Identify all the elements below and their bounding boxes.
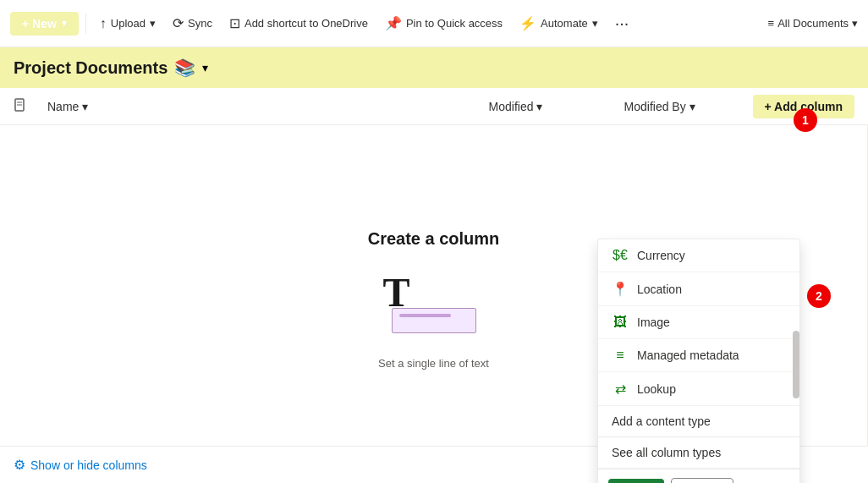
settings-icon: ⚙ (14, 457, 25, 473)
main-content: Create a column T Set a single line of t… (0, 125, 868, 473)
name-col-label: Name (47, 100, 79, 113)
column-illustration: T (366, 269, 502, 337)
automate-icon: ⚡ (519, 15, 536, 31)
view-label-icon: ≡ (768, 17, 775, 30)
currency-item[interactable]: $€ Currency (598, 239, 799, 272)
currency-icon: $€ (612, 248, 629, 263)
upload-chevron-icon: ▾ (150, 17, 156, 30)
image-item[interactable]: 🖼 Image (598, 306, 799, 339)
view-chevron-icon: ▾ (852, 17, 858, 30)
upload-button[interactable]: ↑ Upload ▾ (93, 11, 162, 36)
currency-label: Currency (637, 249, 685, 262)
toolbar: + New ▾ ↑ Upload ▾ ⟳ Sync ⊡ Add shortcut… (0, 0, 868, 47)
dropdown-footer: Next Cancel (598, 469, 799, 483)
badge-2: 2 (807, 284, 831, 308)
more-button[interactable]: ··· (608, 8, 636, 38)
column-type-dropdown: $€ Currency 📍 Location 🖼 Image ≡ Managed… (597, 239, 800, 483)
lookup-label: Lookup (637, 382, 676, 396)
file-col-icon (14, 98, 41, 115)
sync-button[interactable]: ⟳ Sync (166, 10, 219, 36)
page-title: Project Documents (14, 58, 168, 78)
show-hide-label: Show or hide columns (30, 458, 147, 472)
upload-label: Upload (111, 17, 146, 30)
metadata-icon: ≡ (612, 348, 629, 363)
see-all-column-types-item[interactable]: See all column types (598, 437, 799, 469)
lookup-item[interactable]: ⇄ Lookup (598, 372, 799, 406)
image-icon: 🖼 (612, 315, 629, 330)
location-icon: 📍 (612, 281, 629, 297)
name-column-header[interactable]: Name ▾ (41, 100, 482, 113)
column-description: Set a single line of text (378, 357, 489, 370)
new-button[interactable]: + New ▾ (10, 12, 79, 36)
more-label: ··· (615, 14, 629, 32)
sync-label: Sync (188, 17, 212, 30)
managed-metadata-item[interactable]: ≡ Managed metadata (598, 339, 799, 372)
modified-sort-icon: ▾ (536, 100, 542, 113)
add-shortcut-icon: ⊡ (229, 15, 240, 31)
new-button-label: + New (22, 17, 57, 30)
cancel-button[interactable]: Cancel (671, 478, 733, 483)
name-sort-icon: ▾ (82, 100, 88, 113)
toolbar-separator (85, 14, 86, 34)
automate-label: Automate (541, 17, 588, 30)
chevron-down-icon: ▾ (62, 18, 67, 29)
lookup-icon: ⇄ (612, 381, 629, 397)
show-hide-columns-button[interactable]: ⚙ Show or hide columns (14, 457, 147, 473)
page-header: Project Documents 📚 ▾ (0, 47, 868, 88)
view-selector[interactable]: ≡ All Documents ▾ (768, 17, 858, 30)
modifiedby-column-header[interactable]: Modified By ▾ (618, 100, 753, 113)
add-shortcut-button[interactable]: ⊡ Add shortcut to OneDrive (222, 10, 375, 36)
see-all-label: See all column types (612, 446, 721, 459)
automate-button[interactable]: ⚡ Automate ▾ (513, 10, 605, 36)
modifiedby-sort-icon: ▾ (689, 100, 695, 113)
pin-label: Pin to Quick access (406, 17, 503, 30)
location-label: Location (637, 283, 682, 296)
badge-1: 1 (794, 108, 817, 132)
modifiedby-col-label: Modified By (624, 100, 686, 113)
add-content-type-label: Add a content type (612, 414, 711, 428)
text-icon-large: T (383, 269, 410, 316)
modified-col-label: Modified (489, 100, 534, 113)
create-column-title: Create a column (368, 229, 500, 249)
header-chevron-icon: ▾ (202, 61, 208, 74)
add-shortcut-label: Add shortcut to OneDrive (244, 17, 368, 30)
view-label: All Documents (777, 17, 849, 30)
location-item[interactable]: 📍 Location (598, 272, 799, 306)
automate-chevron-icon: ▾ (592, 17, 598, 30)
pin-icon: 📌 (385, 15, 402, 31)
image-label: Image (637, 316, 670, 329)
library-icon: 📚 (174, 58, 195, 78)
sync-icon: ⟳ (173, 15, 184, 31)
add-content-type-item[interactable]: Add a content type (598, 406, 799, 437)
modified-column-header[interactable]: Modified ▾ (482, 100, 618, 113)
list-header: Name ▾ Modified ▾ Modified By ▾ + Add co… (0, 88, 868, 125)
upload-icon: ↑ (100, 16, 107, 31)
managed-metadata-label: Managed metadata (637, 349, 739, 362)
next-button[interactable]: Next (608, 479, 664, 483)
pin-button[interactable]: 📌 Pin to Quick access (378, 10, 509, 36)
scrollbar-thumb[interactable] (793, 331, 799, 398)
